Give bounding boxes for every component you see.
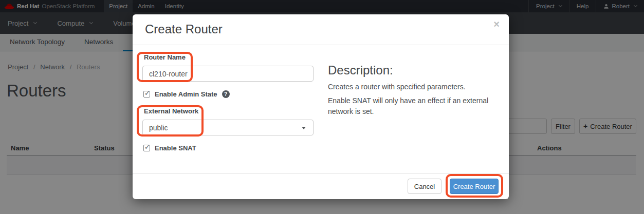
check-icon: ✓ [144, 89, 150, 97]
description-heading: Description: [328, 63, 393, 77]
admin-state-checkbox[interactable]: ✓ [143, 91, 150, 98]
admin-state-label: Enable Admin State [155, 90, 217, 98]
modal-header: Create Router × [133, 14, 509, 45]
caret-down-icon [302, 127, 306, 129]
cancel-button[interactable]: Cancel [408, 179, 441, 194]
router-name-label: Router Name [144, 53, 186, 61]
description-paragraph-2: Enable SNAT will only have an effect if … [328, 95, 501, 117]
snat-row: ✓ Enable SNAT [143, 144, 196, 152]
screen: Red Hat OpenStack Platform Project Admin… [0, 0, 644, 214]
check-icon: ✓ [144, 143, 150, 151]
external-network-select[interactable]: public [142, 120, 314, 135]
external-network-label: External Network [144, 107, 198, 115]
router-name-input[interactable] [142, 66, 314, 82]
description-paragraph-1: Creates a router with specified paramete… [328, 82, 501, 92]
close-icon[interactable]: × [493, 18, 500, 30]
create-router-submit-button[interactable]: Create Router [450, 179, 499, 194]
external-network-value: public [149, 124, 168, 132]
question-circle-icon[interactable]: ? [222, 90, 230, 98]
snat-checkbox[interactable]: ✓ [143, 145, 150, 151]
modal-footer: Cancel Create Router [133, 173, 509, 199]
modal-title: Create Router [145, 22, 223, 36]
create-router-modal: Create Router × Router Name ✓ Enable Adm… [133, 14, 509, 199]
admin-state-row: ✓ Enable Admin State ? [143, 90, 230, 98]
snat-label: Enable SNAT [155, 144, 196, 152]
